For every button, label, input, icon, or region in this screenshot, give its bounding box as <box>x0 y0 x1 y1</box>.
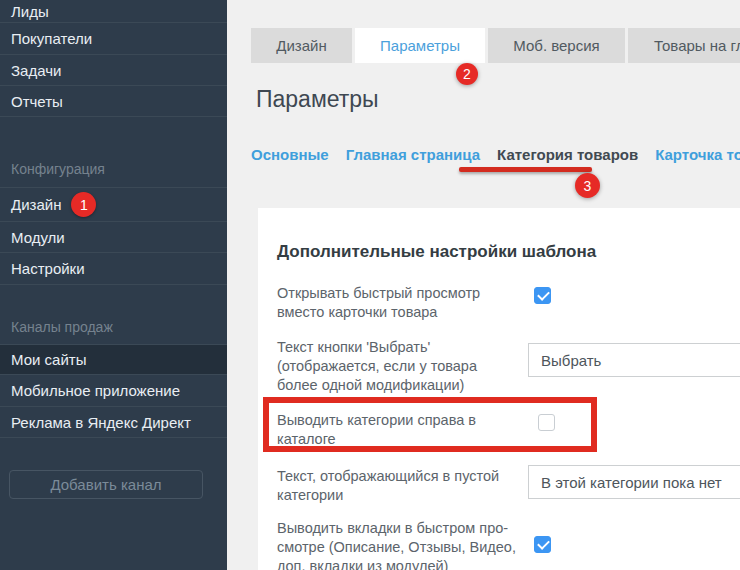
setting-label: Открывать быстрый просмотр вместо карточ… <box>277 284 534 322</box>
sidebar: Лиды Покупатели Задачи Отчеты Конфигурац… <box>0 0 227 570</box>
setting-label: Текст кнопки 'Выбрать' (отображается, ес… <box>277 338 528 395</box>
sidebar-item-customers[interactable]: Покупатели <box>0 23 227 55</box>
panel-heading: Дополнительные настройки шаблона <box>277 242 740 262</box>
sidebar-item-label: Реклама в Яндекс Директ <box>11 414 191 431</box>
sidebar-item-tasks[interactable]: Задачи <box>0 55 227 86</box>
sidebar-item-label: Покупатели <box>11 30 92 47</box>
subnav-product-category[interactable]: Категория товаров <box>497 146 638 163</box>
sidebar-item-modules[interactable]: Модули <box>0 222 227 253</box>
setting-row-empty-category-text: Текст, отображающийся в пустой категории <box>277 467 740 505</box>
tab-parameters[interactable]: Параметры <box>355 28 485 63</box>
setting-row-quick-view: Открывать быстрый просмотр вместо карточ… <box>277 284 740 322</box>
section-label-text: Конфигурация <box>11 161 105 177</box>
setting-label: Текст, отображающийся в пустой категории <box>277 467 528 505</box>
annotation-badge-3: 3 <box>575 173 600 198</box>
sidebar-item-design[interactable]: Дизайн 1 <box>0 188 227 222</box>
choose-button-text-input[interactable] <box>528 343 740 377</box>
quick-view-checkbox[interactable] <box>534 287 551 304</box>
sidebar-item-label: Лиды <box>11 3 49 20</box>
section-label-text: Каналы продаж <box>11 319 113 335</box>
tab-products-home[interactable]: Товары на гла <box>628 28 740 63</box>
tab-bar: Дизайн Параметры Моб. версия Товары на г… <box>251 28 740 63</box>
sidebar-section-configuration: Конфигурация <box>0 150 227 188</box>
sidebar-item-label: Модули <box>11 229 65 246</box>
sidebar-item-label: Задачи <box>11 62 61 79</box>
subnav-product-card[interactable]: Карточка товара <box>655 146 740 163</box>
subnav: Основные Главная страница Категория това… <box>251 146 740 163</box>
quick-view-tabs-checkbox[interactable] <box>534 536 551 553</box>
setting-row-quick-view-tabs: Выводить вкладки в быстром про-смотре (О… <box>277 519 740 570</box>
sidebar-item-label: Дизайн <box>11 196 61 213</box>
sidebar-spacer <box>0 117 227 150</box>
setting-row-choose-button-text: Текст кнопки 'Выбрать' (отображается, ес… <box>277 338 740 395</box>
setting-label: Выводить категории справа в каталоге <box>277 411 534 449</box>
sidebar-item-yandex-direct[interactable]: Реклама в Яндекс Директ <box>0 407 227 438</box>
add-channel-button[interactable]: Добавить канал <box>9 470 203 499</box>
page-title: Параметры <box>256 86 379 113</box>
sidebar-item-settings[interactable]: Настройки <box>0 253 227 285</box>
sidebar-spacer <box>0 285 227 310</box>
sidebar-item-label: Настройки <box>11 260 85 277</box>
empty-category-text-input[interactable] <box>528 465 740 499</box>
subnav-basic[interactable]: Основные <box>251 146 329 163</box>
annotation-underline <box>459 167 592 172</box>
annotation-badge-2: 2 <box>456 63 478 85</box>
setting-label: Выводить вкладки в быстром про-смотре (О… <box>277 519 534 570</box>
tab-design[interactable]: Дизайн <box>251 28 352 63</box>
sidebar-item-label: Мобильное приложение <box>11 382 180 399</box>
categories-right-checkbox[interactable] <box>538 414 555 431</box>
sidebar-item-leads[interactable]: Лиды <box>0 0 227 23</box>
sidebar-item-reports[interactable]: Отчеты <box>0 86 227 117</box>
annotation-badge-1: 1 <box>71 192 96 217</box>
sidebar-section-sales-channels: Каналы продаж <box>0 310 227 345</box>
subnav-home-page[interactable]: Главная страница <box>346 146 480 163</box>
settings-panel: Дополнительные настройки шаблона Открыва… <box>258 208 740 570</box>
sidebar-item-my-sites[interactable]: Мои сайты <box>0 345 227 375</box>
sidebar-item-label: Отчеты <box>11 93 63 110</box>
sidebar-item-label: Мои сайты <box>11 351 86 368</box>
tab-mobile-version[interactable]: Моб. версия <box>488 28 625 63</box>
setting-row-categories-right: Выводить категории справа в каталоге <box>277 411 740 449</box>
sidebar-item-mobile-app[interactable]: Мобильное приложение <box>0 375 227 407</box>
